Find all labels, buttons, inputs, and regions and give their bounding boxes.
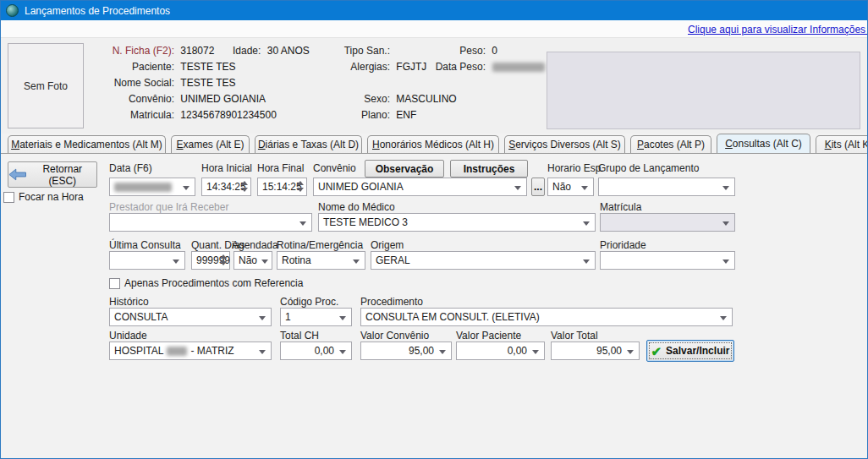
procedimento-combobox[interactable]: CONSULTA EM CONSULT. (ELETIVA): [360, 308, 733, 326]
spinner-arrows-icon[interactable]: [297, 181, 304, 192]
total-ch-label: Total CH: [280, 330, 319, 342]
spinner-arrows-icon[interactable]: [241, 181, 248, 192]
retornar-button[interactable]: Retornar (ESC): [8, 161, 97, 188]
data-combobox[interactable]: [109, 178, 195, 196]
historico-combobox[interactable]: CONSULTA: [109, 308, 272, 326]
matricula-label: Matricula:: [81, 109, 174, 121]
focar-na-hora-checkbox[interactable]: Focar na Hora: [3, 191, 84, 203]
unidade-combobox[interactable]: HOSPITAL - MATRIZ: [109, 342, 272, 360]
hora-inicial-value: 14:34:25: [206, 181, 246, 193]
prioridade-combobox[interactable]: [600, 251, 735, 270]
tab-consultas[interactable]: Consultas (Alt C): [717, 134, 810, 153]
agendada-combobox[interactable]: Não: [233, 251, 272, 270]
hora-final-spinner[interactable]: 15:14:25: [257, 178, 307, 196]
paciente-line: Paciente: TESTE TES: [81, 61, 235, 73]
chevron-down-icon: [183, 186, 190, 190]
total-ch-value: 0,00: [315, 345, 334, 357]
quant-dias-spinner[interactable]: 999999: [191, 251, 230, 270]
valor-convenio-label: Valor Convênio: [360, 330, 429, 342]
codigo-proc-value: 1: [285, 311, 291, 323]
ficha-line: N. Ficha (F2): 318072: [81, 45, 214, 57]
data-peso-line: Data Peso:: [428, 61, 545, 73]
grupo-lancamento-combobox[interactable]: [598, 178, 735, 196]
horario-esp-combobox[interactable]: Não: [547, 178, 594, 196]
tab-diarias-taxas[interactable]: Diárias e Taxas (Alt D): [255, 135, 362, 153]
chevron-down-icon: [339, 316, 346, 320]
chevron-down-icon: [339, 350, 346, 354]
link-bar: Clique aqui para visualizar Informações …: [1, 20, 867, 38]
prestador-combobox[interactable]: [109, 213, 312, 232]
chevron-down-icon: [720, 316, 727, 320]
convenio-combobox[interactable]: UNIMED GOIANIA: [313, 178, 527, 196]
check-icon: ✔: [651, 345, 662, 358]
codigo-proc-combobox[interactable]: 1: [280, 308, 352, 326]
sexo-line: Sexo: MASCULINO: [327, 93, 457, 105]
tab-honorarios-medicos[interactable]: Honorários Médicos (Alt H): [367, 135, 499, 153]
consultas-tab-panel: Retornar (ESC) Focar na Hora Data (F6) H…: [1, 153, 868, 459]
salvar-label: Salvar/Incluir: [666, 345, 729, 357]
valor-paciente-combobox[interactable]: 0,00: [456, 342, 545, 360]
origem-combobox[interactable]: GERAL: [371, 251, 596, 270]
observacao-button[interactable]: Observação: [365, 160, 444, 178]
window-title: Lançamentos de Procedimentos: [25, 5, 170, 17]
valor-convenio-combobox[interactable]: 95,00: [360, 342, 452, 360]
apenas-referencia-checkbox[interactable]: Apenas Procedimentos com Referencia: [109, 277, 303, 289]
agendada-value: Não: [239, 254, 257, 266]
hora-final-value: 15:14:25: [262, 181, 302, 193]
nome-social-line: Nome Social: TESTE TES: [81, 77, 235, 89]
idade-line: Idade: 30 ANOS: [233, 45, 310, 57]
convenio-field-value: UNIMED GOIANIA: [318, 181, 404, 193]
chevron-down-icon: [722, 186, 729, 190]
procedure-entry-window: Lançamentos de Procedimentos Clique aqui…: [0, 0, 868, 459]
grupo-lancamento-label: Grupo de Lançamento: [598, 162, 699, 174]
rotina-value: Rotina: [282, 254, 311, 266]
instrucoes-button[interactable]: Instruções: [450, 160, 528, 178]
unidade-redacted-part: [167, 347, 187, 356]
total-ch-combobox[interactable]: 0,00: [280, 342, 352, 360]
chevron-down-icon: [627, 350, 634, 354]
tab-exames[interactable]: Exames (Alt E): [171, 135, 250, 153]
plano-line: Plano: ENF: [327, 109, 416, 121]
salvar-incluir-button[interactable]: ✔ Salvar/Incluir: [646, 340, 734, 362]
alergias-line: Alergias: FGJTJ: [327, 61, 426, 73]
rotina-emergencia-combobox[interactable]: Rotina: [277, 251, 365, 270]
photo-placeholder-text: Sem Foto: [24, 80, 68, 92]
plano-value: ENF: [396, 109, 416, 121]
tab-materiais-medicamentos[interactable]: Materiais e Medicamentos (Alt M): [8, 135, 166, 153]
valor-total-label: Valor Total: [551, 330, 598, 342]
tipo-san-label: Tipo San.:: [327, 45, 390, 57]
data-f6-label: Data (F6): [109, 162, 152, 174]
valor-total-combobox[interactable]: 95,00: [551, 342, 640, 360]
patient-photo-placeholder: Sem Foto: [8, 43, 84, 128]
nome-medico-label: Nome do Médico: [318, 201, 395, 213]
chevron-down-icon: [439, 350, 446, 354]
tab-kits[interactable]: Kits (Alt K): [816, 135, 868, 153]
procedimento-value: CONSULTA EM CONSULT. (ELETIVA): [365, 311, 540, 323]
ficha-label: N. Ficha (F2):: [81, 45, 174, 57]
matricula-line: Matricula: 12345678901234500: [81, 109, 277, 121]
paciente-value: TESTE TES: [180, 61, 235, 73]
unidade-suffix: - MATRIZ: [190, 345, 233, 357]
tab-servicos-diversos[interactable]: Serviços Diversos (Alt S): [504, 135, 625, 153]
tab-pacotes[interactable]: Pacotes (Alt P): [630, 135, 711, 153]
origem-label: Origem: [371, 239, 404, 251]
convenio-more-button[interactable]: ...: [531, 178, 545, 196]
unidade-label: Unidade: [109, 330, 147, 342]
spinner-arrows-icon[interactable]: [220, 254, 227, 265]
chevron-down-icon: [722, 260, 729, 264]
prioridade-label: Prioridade: [600, 239, 646, 251]
hora-inicial-spinner[interactable]: 14:34:25: [201, 178, 251, 196]
nome-medico-combobox[interactable]: TESTE MEDICO 3: [318, 213, 596, 232]
data-peso-redacted-value: [492, 63, 545, 72]
tab-strip: Materiais e Medicamentos (Alt M) Exames …: [1, 134, 867, 153]
peso-value: 0: [492, 45, 497, 57]
nome-social-label: Nome Social:: [81, 77, 174, 89]
paciente-label: Paciente:: [81, 61, 174, 73]
title-bar: Lançamentos de Procedimentos: [1, 1, 867, 20]
procedimento-label: Procedimento: [360, 296, 423, 308]
matricula-field-label: Matrícula: [600, 201, 641, 213]
checkbox-box: [109, 278, 120, 289]
patient-info-link[interactable]: Clique aqui para visualizar Informações …: [688, 24, 868, 36]
horario-esp-label: Horario Esp.: [547, 162, 604, 174]
ultima-consulta-combobox[interactable]: [109, 251, 185, 270]
